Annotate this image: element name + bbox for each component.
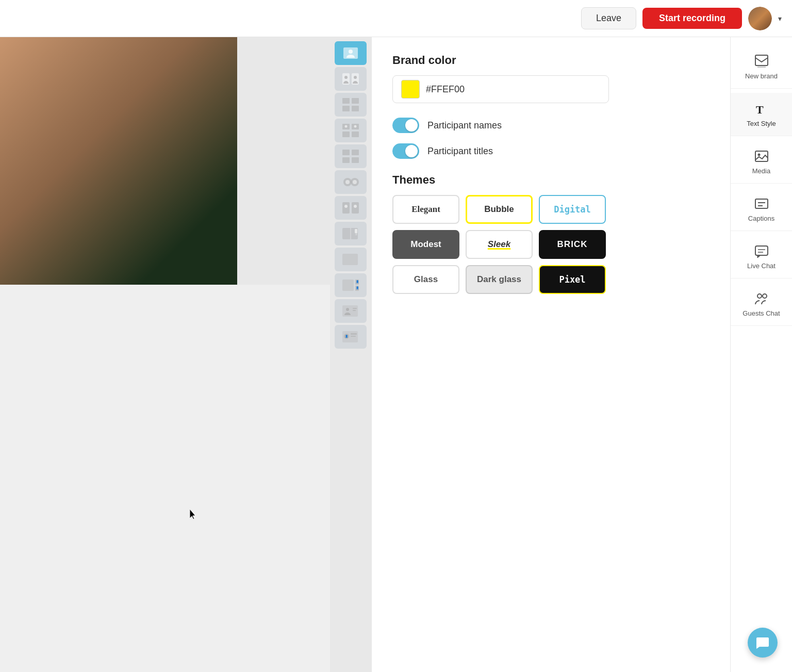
text-style-label: Text Style bbox=[747, 120, 776, 127]
chevron-down-icon[interactable]: ▾ bbox=[778, 14, 782, 23]
svg-point-66 bbox=[763, 294, 767, 298]
svg-rect-47 bbox=[353, 308, 357, 309]
layout-item-6[interactable] bbox=[335, 170, 367, 194]
svg-point-8 bbox=[349, 50, 353, 54]
avatar-image bbox=[748, 7, 772, 30]
right-sidebar: New brand T Text Style Media Capt bbox=[730, 37, 792, 672]
color-hex-input[interactable] bbox=[426, 84, 600, 95]
bottom-area bbox=[0, 285, 330, 672]
svg-text:T: T bbox=[756, 103, 764, 116]
chat-bubble-icon bbox=[755, 635, 770, 650]
layout-item-5[interactable] bbox=[335, 144, 367, 168]
sidebar-item-new-brand[interactable]: New brand bbox=[731, 45, 792, 89]
leave-button[interactable]: Leave bbox=[581, 7, 636, 29]
svg-point-11 bbox=[344, 76, 348, 79]
captions-icon bbox=[754, 196, 769, 211]
svg-text:👤: 👤 bbox=[356, 280, 359, 284]
start-recording-button[interactable]: Start recording bbox=[642, 8, 742, 29]
video-feed bbox=[0, 37, 237, 285]
theme-sleek[interactable]: Sleek bbox=[466, 230, 533, 259]
theme-digital[interactable]: Digital bbox=[539, 195, 606, 224]
sidebar-item-guests-chat[interactable]: Guests Chat bbox=[731, 283, 792, 326]
theme-pixel[interactable]: Pixel bbox=[539, 265, 606, 294]
layout-item-8[interactable]: ≡ bbox=[335, 222, 367, 245]
live-chat-icon bbox=[754, 243, 769, 259]
layout-item-2[interactable] bbox=[335, 67, 367, 91]
live-chat-label: Live Chat bbox=[747, 262, 776, 270]
brand-panel: Brand color Participant names Participan… bbox=[371, 37, 730, 672]
svg-rect-48 bbox=[353, 310, 356, 311]
svg-rect-26 bbox=[352, 157, 359, 163]
svg-point-22 bbox=[354, 125, 357, 128]
participant-names-toggle[interactable] bbox=[392, 118, 419, 133]
layout-item-7[interactable] bbox=[335, 196, 367, 220]
svg-rect-52 bbox=[351, 336, 356, 337]
sidebar-item-live-chat[interactable]: Live Chat bbox=[731, 235, 792, 278]
media-label: Media bbox=[752, 167, 770, 175]
layout-item-3[interactable] bbox=[335, 93, 367, 117]
svg-point-33 bbox=[344, 205, 348, 208]
svg-rect-15 bbox=[342, 106, 350, 111]
svg-text:≡: ≡ bbox=[355, 233, 357, 236]
layout-item-1[interactable] bbox=[335, 41, 367, 65]
svg-rect-25 bbox=[342, 157, 350, 163]
brand-color-title: Brand color bbox=[392, 54, 710, 67]
svg-rect-20 bbox=[352, 132, 359, 137]
participant-names-label: Participant names bbox=[427, 120, 502, 131]
themes-title: Themes bbox=[392, 173, 710, 187]
svg-rect-39 bbox=[342, 254, 358, 265]
support-chat-bubble[interactable] bbox=[748, 628, 778, 658]
svg-point-30 bbox=[353, 180, 357, 184]
svg-point-12 bbox=[354, 76, 357, 79]
person-overlay bbox=[0, 37, 237, 285]
text-style-icon: T bbox=[754, 101, 769, 117]
sidebar-item-captions[interactable]: Captions bbox=[731, 188, 792, 231]
theme-dark-glass[interactable]: Dark glass bbox=[466, 265, 533, 294]
svg-point-46 bbox=[346, 308, 349, 311]
svg-rect-40 bbox=[342, 280, 354, 291]
theme-brick[interactable]: BRICK bbox=[539, 230, 606, 259]
participant-titles-label: Participant titles bbox=[427, 146, 493, 157]
guests-chat-icon bbox=[754, 291, 769, 306]
avatar[interactable] bbox=[748, 7, 772, 30]
svg-rect-62 bbox=[755, 246, 768, 255]
svg-rect-13 bbox=[342, 98, 350, 104]
themes-grid: Elegant Bubble Digital Modest Sleek BRIC… bbox=[392, 195, 710, 294]
layout-item-9[interactable] bbox=[335, 248, 367, 271]
svg-text:👤: 👤 bbox=[356, 286, 359, 290]
svg-rect-16 bbox=[352, 106, 359, 111]
svg-rect-54 bbox=[755, 55, 768, 65]
svg-point-21 bbox=[345, 125, 348, 128]
media-icon bbox=[754, 149, 769, 164]
layout-item-12[interactable]: 👤 bbox=[335, 325, 367, 349]
new-brand-icon bbox=[754, 54, 769, 69]
brand-color-section: Brand color Participant names Participan… bbox=[392, 54, 710, 159]
svg-point-58 bbox=[757, 154, 760, 156]
participant-titles-row: Participant titles bbox=[392, 143, 710, 159]
layout-item-10[interactable]: 👤 👤 bbox=[335, 273, 367, 297]
new-brand-label: New brand bbox=[745, 72, 778, 80]
captions-label: Captions bbox=[748, 215, 774, 222]
svg-rect-23 bbox=[342, 150, 350, 155]
svg-rect-19 bbox=[342, 132, 350, 137]
layout-item-11[interactable] bbox=[335, 299, 367, 323]
guests-chat-label: Guests Chat bbox=[742, 309, 780, 317]
svg-rect-51 bbox=[351, 333, 357, 335]
theme-elegant[interactable]: Elegant bbox=[392, 195, 459, 224]
participant-titles-toggle[interactable] bbox=[392, 143, 419, 159]
theme-modest[interactable]: Modest bbox=[392, 230, 459, 259]
themes-section: Themes Elegant Bubble Digital Modest Sle… bbox=[392, 173, 710, 294]
color-swatch[interactable] bbox=[401, 80, 420, 99]
svg-rect-14 bbox=[352, 98, 359, 104]
svg-point-34 bbox=[354, 205, 357, 208]
layout-item-4[interactable] bbox=[335, 119, 367, 142]
color-input-row[interactable] bbox=[392, 75, 609, 103]
svg-point-29 bbox=[345, 180, 350, 184]
theme-bubble[interactable]: Bubble bbox=[466, 195, 533, 224]
svg-text:👤: 👤 bbox=[345, 335, 349, 338]
svg-rect-24 bbox=[352, 150, 359, 155]
theme-glass[interactable]: Glass bbox=[392, 265, 459, 294]
svg-rect-59 bbox=[755, 199, 768, 208]
sidebar-item-media[interactable]: Media bbox=[731, 140, 792, 184]
sidebar-item-text-style[interactable]: T Text Style bbox=[731, 93, 792, 136]
